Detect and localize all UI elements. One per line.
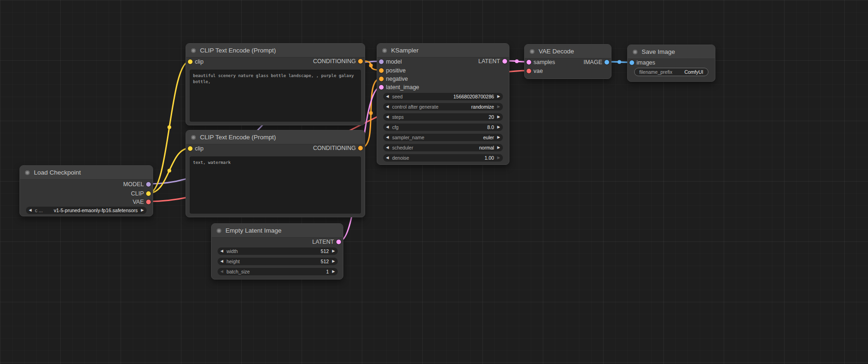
node-title: VAE Decode [539, 48, 574, 55]
node-header-load-checkpoint[interactable]: Load Checkpoint [20, 166, 153, 180]
prev-arrow-icon[interactable]: ◀ [386, 144, 389, 151]
increment-arrow-icon[interactable]: ▶ [332, 258, 335, 265]
samples-input-port[interactable] [527, 60, 531, 65]
negative-prompt-textarea[interactable]: text, watermark [190, 156, 361, 214]
next-arrow-icon[interactable]: ▶ [497, 103, 500, 110]
prev-arrow-icon[interactable]: ◀ [386, 103, 389, 110]
seed-widget[interactable]: ◀ seed 156680208700286 ▶ [383, 93, 503, 100]
link-midpoint-dot-negative-conditioning[interactable] [369, 111, 373, 115]
sampler-name-widget[interactable]: ◀ sampler_name euler ▶ [383, 134, 503, 141]
filename-prefix-widget[interactable]: filename_prefix ComfyUI [634, 68, 708, 76]
link-midpoint-dot-positive-conditioning[interactable] [369, 64, 373, 67]
node-load-checkpoint[interactable]: Load Checkpoint MODEL CLIP VAE ◀ c ... v… [19, 165, 153, 216]
next-arrow-icon[interactable]: ▶ [497, 134, 500, 141]
node-ksampler[interactable]: KSampler model positive negative latent_… [377, 43, 509, 165]
collapse-dot[interactable] [530, 49, 534, 54]
control-after-generate-widget[interactable]: ◀ control after generate randomize ▶ [383, 103, 503, 110]
slot-label: vae [534, 68, 543, 74]
clip-output-port[interactable] [146, 191, 151, 196]
input-slot-vae: vae [525, 67, 543, 75]
node-title: Save Image [642, 48, 675, 55]
collapse-dot[interactable] [191, 48, 196, 53]
ckpt-name-widget[interactable]: ◀ c ... v1-5-pruned-emaonly-fp16.safeten… [26, 207, 147, 214]
decrement-arrow-icon[interactable]: ◀ [220, 247, 223, 255]
increment-arrow-icon[interactable]: ▶ [497, 113, 500, 121]
cfg-widget[interactable]: ◀ cfg 8.0 ▶ [383, 124, 503, 131]
slot-label: MODEL [123, 181, 144, 188]
node-title: CLIP Text Encode (Prompt) [200, 134, 276, 141]
node-clip-text-encode-negative[interactable]: CLIP Text Encode (Prompt) clip CONDITION… [186, 130, 365, 217]
input-slot-positive: positive [377, 67, 405, 74]
positive-prompt-textarea[interactable]: beautiful scenery nature glass bottle la… [190, 70, 361, 122]
link-midpoint-dot-clip-to-negative-encode[interactable] [167, 169, 171, 173]
collapse-dot[interactable] [217, 228, 221, 233]
denoise-widget[interactable]: ◀ denoise 1.00 ▶ [383, 154, 503, 162]
scheduler-widget[interactable]: ◀ scheduler normal ▶ [383, 144, 503, 151]
model-output-port[interactable] [146, 182, 151, 187]
next-arrow-icon[interactable]: ▶ [141, 207, 144, 214]
node-clip-text-encode-positive[interactable]: CLIP Text Encode (Prompt) clip CONDITION… [186, 43, 365, 125]
decrement-arrow-icon[interactable]: ◀ [386, 124, 389, 131]
node-header-ksampler[interactable]: KSampler [377, 44, 509, 58]
latent-output-port[interactable] [502, 59, 507, 64]
output-slot-clip: CLIP [131, 190, 153, 197]
node-graph-canvas[interactable]: Load Checkpoint MODEL CLIP VAE ◀ c ... v… [0, 0, 868, 364]
node-save-image[interactable]: Save Image images filename_prefix ComfyU… [627, 45, 715, 82]
widget-label: c ... [35, 208, 43, 213]
output-slot-conditioning: CONDITIONING [313, 144, 365, 152]
increment-arrow-icon[interactable]: ▶ [497, 154, 500, 162]
node-vae-decode[interactable]: VAE Decode samples vae IMAGE [524, 44, 611, 79]
node-header-clip-positive[interactable]: CLIP Text Encode (Prompt) [186, 44, 365, 58]
node-header-empty-latent[interactable]: Empty Latent Image [212, 224, 343, 238]
decrement-arrow-icon[interactable]: ◀ [386, 154, 389, 162]
decrement-arrow-icon[interactable]: ◀ [220, 258, 223, 265]
image-output-port[interactable] [604, 60, 609, 65]
node-header-vae-decode[interactable]: VAE Decode [525, 45, 611, 58]
vae-input-port[interactable] [527, 69, 531, 73]
latent-image-input-port[interactable] [379, 85, 384, 90]
node-header-save-image[interactable]: Save Image [628, 45, 715, 59]
width-widget[interactable]: ◀ width 512 ▶ [218, 247, 338, 255]
node-title: KSampler [391, 47, 418, 54]
collapse-dot[interactable] [25, 170, 30, 175]
slot-label: model [386, 58, 402, 65]
input-slot-clip: clip [186, 58, 204, 65]
node-empty-latent-image[interactable]: Empty Latent Image LATENT ◀ width 512 ▶ … [211, 223, 343, 280]
images-input-port[interactable] [630, 60, 634, 65]
increment-arrow-icon[interactable]: ▶ [332, 268, 335, 275]
positive-input-port[interactable] [379, 68, 384, 73]
prev-arrow-icon[interactable]: ◀ [29, 207, 32, 214]
model-input-port[interactable] [379, 59, 384, 64]
clip-input-port[interactable] [188, 59, 193, 64]
decrement-arrow-icon[interactable]: ◀ [386, 113, 389, 121]
conditioning-output-port[interactable] [358, 146, 363, 150]
conditioning-output-port[interactable] [358, 59, 363, 64]
link-midpoint-dot-clip-to-positive-encode[interactable] [167, 125, 171, 129]
widget-label: denoise [392, 155, 409, 161]
output-slot-vae: VAE [133, 198, 153, 206]
widget-label: scheduler [392, 145, 413, 150]
increment-arrow-icon[interactable]: ▶ [497, 124, 500, 131]
increment-arrow-icon[interactable]: ▶ [497, 93, 500, 100]
collapse-dot[interactable] [191, 135, 196, 140]
next-arrow-icon[interactable]: ▶ [497, 144, 500, 151]
link-midpoint-dot-image-to-save[interactable] [617, 60, 621, 64]
collapse-dot[interactable] [382, 48, 387, 53]
clip-input-port[interactable] [188, 146, 193, 151]
latent-output-port[interactable] [336, 240, 341, 244]
slot-label: LATENT [312, 239, 334, 245]
height-widget[interactable]: ◀ height 512 ▶ [218, 258, 338, 265]
decrement-arrow-icon[interactable]: ◀ [220, 268, 223, 275]
node-header-clip-negative[interactable]: CLIP Text Encode (Prompt) [186, 130, 365, 144]
steps-widget[interactable]: ◀ steps 20 ▶ [383, 113, 503, 121]
vae-output-port[interactable] [146, 200, 151, 204]
collapse-dot[interactable] [633, 50, 637, 54]
batch-size-widget[interactable]: ◀ batch_size 1 ▶ [218, 268, 338, 275]
slot-label: clip [195, 145, 204, 152]
negative-input-port[interactable] [379, 77, 384, 81]
prev-arrow-icon[interactable]: ◀ [386, 134, 389, 141]
slot-label: CONDITIONING [313, 58, 356, 65]
link-midpoint-dot-latent-to-decoder[interactable] [515, 59, 519, 63]
decrement-arrow-icon[interactable]: ◀ [386, 93, 389, 100]
increment-arrow-icon[interactable]: ▶ [332, 247, 335, 255]
